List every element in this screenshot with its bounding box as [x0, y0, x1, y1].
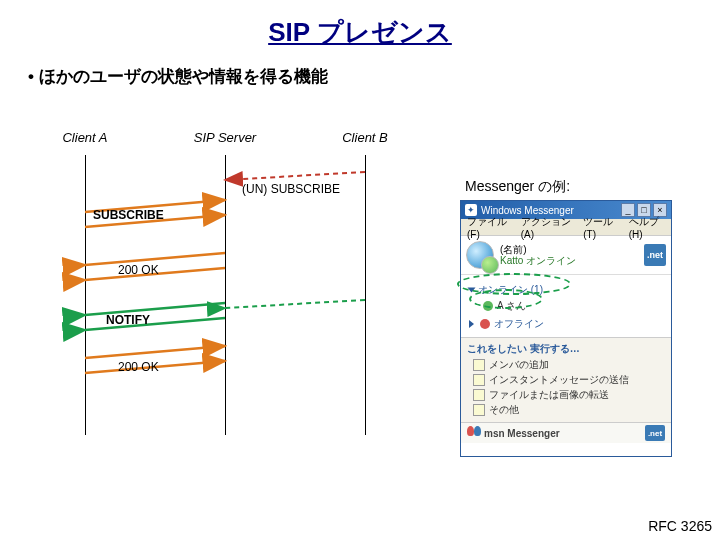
msg-notify: NOTIFY: [106, 313, 150, 327]
send-file-icon: [473, 389, 485, 401]
action-send-file-label: ファイルまたは画像の転送: [489, 388, 609, 402]
bullet-text: • ほかのユーザの状態や情報を得る機能: [28, 65, 720, 88]
butterfly-icon: [467, 426, 481, 440]
avatar-icon: [466, 241, 494, 269]
msg-unsubscribe: (UN) SUBSCRIBE: [242, 182, 340, 196]
msg-ok-2: 200 OK: [118, 360, 159, 374]
footer-net-badge: .net: [645, 425, 665, 441]
group-offline-label: オフライン: [494, 317, 544, 331]
presence-offline-icon: [480, 319, 490, 329]
actions-title: これをしたい 実行する…: [467, 342, 665, 356]
group-offline[interactable]: オフライン: [469, 317, 663, 331]
page-title: SIP プレゼンス: [0, 0, 720, 50]
menu-tools[interactable]: ツール(T): [583, 215, 618, 240]
net-badge-icon: .net: [644, 244, 666, 266]
msn-logo: msn Messenger: [467, 426, 560, 440]
action-add-contact-label: メンバの追加: [489, 358, 549, 372]
svg-line-7: [85, 346, 225, 358]
footer-brand: msn Messenger: [484, 428, 560, 439]
action-send-im-label: インスタントメッセージの送信: [489, 373, 629, 387]
rfc-reference: RFC 3265: [648, 518, 712, 534]
collapse-icon: [469, 320, 474, 328]
add-contact-icon: [473, 359, 485, 371]
menu-help[interactable]: ヘルプ(H): [629, 215, 665, 240]
messenger-footer: msn Messenger .net: [461, 422, 671, 443]
action-other[interactable]: その他: [473, 403, 665, 417]
action-add-contact[interactable]: メンバの追加: [473, 358, 665, 372]
self-status: Katto オンライン: [500, 255, 576, 266]
action-send-file[interactable]: ファイルまたは画像の転送: [473, 388, 665, 402]
send-im-icon: [473, 374, 485, 386]
example-label: Messenger の例:: [465, 178, 570, 196]
other-icon: [473, 404, 485, 416]
contact-list: オンライン (1) A さん オフライン: [461, 275, 671, 337]
messenger-window: ✦ Windows Messenger _ □ × ファイル(F) アクション(…: [460, 200, 672, 457]
msg-subscribe: SUBSCRIBE: [93, 208, 164, 222]
msg-ok-1: 200 OK: [118, 263, 159, 277]
menu-file[interactable]: ファイル(F): [467, 215, 511, 240]
menu-action[interactable]: アクション(A): [521, 215, 573, 240]
sequence-diagram: Client A SIP Server Client B: [30, 130, 430, 450]
action-send-im[interactable]: インスタントメッセージの送信: [473, 373, 665, 387]
svg-line-9: [225, 300, 365, 308]
arrow-layer: [30, 130, 430, 450]
self-name: (名前): [500, 244, 576, 255]
messenger-self-panel: (名前) Katto オンライン .net: [461, 236, 671, 275]
actions-panel: これをしたい 実行する… メンバの追加 インスタントメッセージの送信 ファイルま…: [461, 337, 671, 422]
highlight-contact-circle: [469, 289, 543, 309]
action-other-label: その他: [489, 403, 519, 417]
svg-line-0: [225, 172, 365, 180]
messenger-menubar: ファイル(F) アクション(A) ツール(T) ヘルプ(H): [461, 219, 671, 236]
